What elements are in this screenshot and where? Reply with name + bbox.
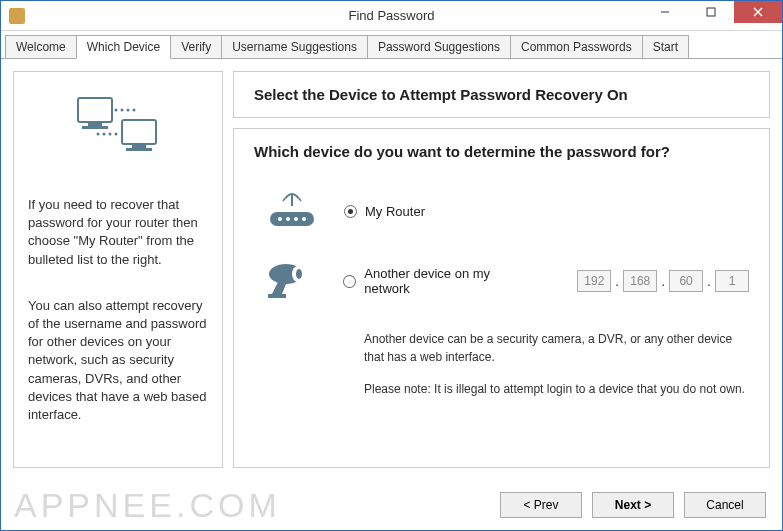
ip-octet-4[interactable]: 1 — [715, 270, 749, 292]
cancel-button[interactable]: Cancel — [684, 492, 766, 518]
ip-dot: . — [615, 273, 619, 289]
help-text-1: If you need to recover that password for… — [28, 196, 208, 269]
svg-rect-4 — [78, 98, 112, 122]
svg-point-17 — [115, 133, 118, 136]
network-illustration — [28, 90, 208, 160]
ip-dot: . — [661, 273, 665, 289]
svg-rect-8 — [132, 144, 146, 148]
ip-octet-2[interactable]: 168 — [623, 270, 657, 292]
svg-rect-26 — [268, 294, 286, 298]
svg-point-25 — [296, 269, 302, 279]
content-area: If you need to recover that password for… — [1, 58, 782, 480]
svg-rect-5 — [88, 122, 102, 126]
help-text-2: You can also attempt recovery of the use… — [28, 297, 208, 424]
tab-verify[interactable]: Verify — [170, 35, 222, 58]
left-panel: If you need to recover that password for… — [13, 71, 223, 468]
device-question: Which device do you want to determine th… — [254, 143, 749, 160]
option-other-row: Another device on my network 192 . 168 .… — [254, 260, 749, 302]
page-title: Select the Device to Attempt Password Re… — [254, 86, 749, 103]
svg-rect-6 — [82, 126, 108, 129]
tab-password-suggestions[interactable]: Password Suggestions — [367, 35, 511, 58]
right-panel: Select the Device to Attempt Password Re… — [233, 71, 770, 468]
svg-point-10 — [115, 109, 118, 112]
svg-rect-18 — [270, 212, 314, 226]
svg-point-21 — [294, 217, 298, 221]
svg-rect-7 — [122, 120, 156, 144]
radio-other-label: Another device on my network — [364, 266, 537, 296]
tab-which-device[interactable]: Which Device — [76, 35, 171, 59]
svg-point-19 — [278, 217, 282, 221]
svg-point-12 — [127, 109, 130, 112]
footer: < Prev Next > Cancel — [1, 480, 782, 530]
note-2: Please note: It is illegal to attempt lo… — [364, 380, 749, 398]
next-button[interactable]: Next > — [592, 492, 674, 518]
svg-point-14 — [97, 133, 100, 136]
window-title: Find Password — [1, 8, 782, 23]
radio-other[interactable]: Another device on my network — [343, 266, 537, 296]
svg-point-11 — [121, 109, 124, 112]
window: Find Password WelcomeWhich DeviceVerifyU… — [0, 0, 783, 531]
title-section: Select the Device to Attempt Password Re… — [233, 71, 770, 118]
prev-button[interactable]: < Prev — [500, 492, 582, 518]
radio-router-label: My Router — [365, 204, 425, 219]
ip-octet-3[interactable]: 60 — [669, 270, 703, 292]
svg-point-22 — [302, 217, 306, 221]
note-1: Another device can be a security camera,… — [364, 330, 749, 366]
computer-network-icon — [68, 90, 168, 160]
tab-common-passwords[interactable]: Common Passwords — [510, 35, 643, 58]
router-icon — [264, 190, 320, 232]
svg-point-15 — [103, 133, 106, 136]
radio-router[interactable]: My Router — [344, 204, 425, 219]
svg-point-20 — [286, 217, 290, 221]
radio-router-input[interactable] — [344, 205, 357, 218]
notes-area: Another device can be a security camera,… — [254, 330, 749, 398]
tab-username-suggestions[interactable]: Username Suggestions — [221, 35, 368, 58]
svg-point-13 — [133, 109, 136, 112]
ip-input-group: 192 . 168 . 60 . 1 — [577, 270, 749, 292]
titlebar: Find Password — [1, 1, 782, 31]
tab-welcome[interactable]: Welcome — [5, 35, 77, 58]
camera-icon — [264, 260, 319, 302]
option-router-row: My Router — [254, 190, 749, 232]
tab-start[interactable]: Start — [642, 35, 689, 58]
ip-dot: . — [707, 273, 711, 289]
device-section: Which device do you want to determine th… — [233, 128, 770, 468]
tab-strip: WelcomeWhich DeviceVerifyUsername Sugges… — [1, 31, 782, 58]
radio-other-input[interactable] — [343, 275, 356, 288]
svg-point-16 — [109, 133, 112, 136]
ip-octet-1[interactable]: 192 — [577, 270, 611, 292]
svg-rect-9 — [126, 148, 152, 151]
